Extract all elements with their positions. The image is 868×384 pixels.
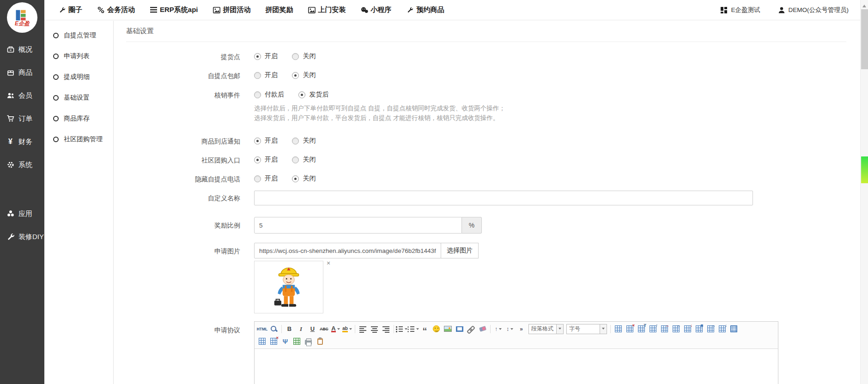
radio-option-off[interactable]: 关闭 [292, 156, 316, 164]
radio-option-off[interactable]: 关闭 [292, 137, 316, 145]
insert-table-icon[interactable] [613, 323, 624, 335]
radio-icon[interactable] [292, 138, 299, 144]
sidebar-item-apps[interactable]: 应用 [0, 202, 44, 225]
editor-content-area[interactable] [255, 349, 778, 384]
insert-row-above-icon[interactable] [647, 323, 659, 335]
radio-icon[interactable] [254, 175, 261, 182]
custom-name-input[interactable] [254, 191, 753, 205]
sidebar-item-diy[interactable]: 装修DIY [0, 225, 44, 248]
sidebar-item-orders[interactable]: 订单 [0, 107, 44, 130]
delete-col-icon[interactable] [682, 323, 693, 335]
submenu-item-basic-settings[interactable]: 基础设置 [44, 87, 113, 108]
radio-icon[interactable] [254, 156, 261, 163]
insert-row-below-icon[interactable] [659, 323, 670, 335]
nav-item-install[interactable]: 上门安装 [308, 6, 346, 14]
table-head-icon[interactable] [636, 323, 647, 335]
radio-option-off[interactable]: 关闭 [292, 71, 316, 79]
paragraph-format-select[interactable]: 段落格式 [528, 324, 564, 334]
line-height-icon[interactable]: ↕ [504, 323, 516, 335]
insert-image-icon[interactable] [442, 323, 454, 335]
radio-option-off[interactable]: 关闭 [292, 174, 316, 183]
app-logo[interactable]: E企盈 [7, 2, 37, 33]
merge-right-icon[interactable] [705, 323, 716, 335]
scrollbar-thumb[interactable] [861, 9, 868, 69]
sidebar-item-members[interactable]: 会员 [0, 84, 44, 107]
anchor-icon[interactable]: Ψ [279, 336, 291, 347]
italic-icon[interactable]: I [295, 323, 307, 335]
sidebar-item-system[interactable]: 系统 [0, 153, 44, 176]
nav-item-circle[interactable]: 圈子 [58, 6, 82, 14]
nav-item-reserve[interactable]: 预约商品 [407, 6, 444, 14]
submenu-item-community-group[interactable]: 社区团购管理 [44, 129, 113, 150]
sidebar-item-goods[interactable]: 商品 [0, 61, 44, 84]
radio-option-after-payment[interactable]: 付款后 [254, 90, 284, 99]
print-icon[interactable] [303, 336, 314, 347]
radio-icon[interactable] [292, 175, 299, 182]
submenu-item-apply-list[interactable]: 申请列表 [44, 46, 113, 66]
align-center-icon[interactable] [369, 323, 380, 335]
apps-icon [6, 210, 15, 218]
unordered-list-icon[interactable] [407, 323, 419, 335]
radio-icon[interactable] [254, 138, 261, 144]
radio-option-on[interactable]: 开启 [254, 156, 278, 164]
spreadsheet-icon[interactable] [291, 336, 303, 347]
account-app[interactable]: E企盈测试 [720, 6, 760, 14]
nav-item-miniprogram[interactable]: 小程序 [361, 6, 392, 14]
nav-item-groupon[interactable]: 拼团活动 [213, 6, 251, 14]
split-cells-icon[interactable] [256, 336, 268, 347]
nav-item-conference[interactable]: 会务活动 [97, 6, 135, 14]
radio-icon[interactable] [254, 53, 261, 60]
indent-icon[interactable]: » [516, 323, 527, 335]
underline-icon[interactable]: U [307, 323, 318, 335]
radio-icon[interactable] [298, 91, 305, 98]
cell-props-icon[interactable] [268, 336, 279, 347]
radio-icon[interactable] [292, 53, 299, 60]
remove-image-icon[interactable]: × [327, 260, 330, 266]
margin-top-icon[interactable]: ↑ [492, 323, 504, 335]
insert-col-icon[interactable] [670, 323, 682, 335]
radio-option-on[interactable]: 开启 [254, 71, 278, 79]
font-size-select[interactable]: 字号 [566, 324, 607, 334]
align-right-icon[interactable] [380, 323, 392, 335]
font-color-icon[interactable]: A [330, 323, 341, 335]
delete-table-icon[interactable] [624, 323, 636, 335]
insert-media-icon[interactable] [454, 323, 465, 335]
nav-item-erp[interactable]: ERP系统api [150, 6, 198, 14]
merge-down-icon[interactable] [716, 323, 728, 335]
sidebar-item-overview[interactable]: 概况 [0, 38, 44, 61]
submenu-item-goods-stock[interactable]: 商品库存 [44, 108, 113, 129]
merge-cells-icon[interactable] [693, 323, 705, 335]
radio-icon[interactable] [292, 156, 299, 163]
insert-link-icon[interactable] [465, 323, 477, 335]
radio-option-on[interactable]: 开启 [254, 52, 278, 60]
sidebar-item-finance[interactable]: ¥ 财务 [0, 130, 44, 153]
blockquote-icon[interactable]: “ [419, 323, 431, 335]
radio-icon[interactable] [292, 72, 299, 79]
remove-format-icon[interactable] [477, 323, 488, 335]
submenu-item-commission-detail[interactable]: 提成明细 [44, 66, 113, 87]
paste-icon[interactable] [314, 336, 326, 347]
apply-image-url-input[interactable] [254, 243, 441, 258]
radio-option-on[interactable]: 开启 [254, 174, 278, 183]
preview-icon[interactable] [268, 323, 279, 335]
radio-option-on[interactable]: 开启 [254, 137, 278, 145]
account-user[interactable]: DEMO(公众号管理员) [778, 6, 849, 14]
reward-ratio-input[interactable] [254, 217, 462, 234]
submenu-item-pickup-management[interactable]: 自提点管理 [44, 25, 113, 46]
table-props-icon[interactable] [728, 323, 740, 335]
page-scrollbar[interactable] [860, 0, 868, 384]
align-left-icon[interactable] [357, 323, 369, 335]
radio-icon[interactable] [254, 91, 261, 98]
choose-image-button[interactable]: 选择图片 [441, 243, 479, 258]
highlight-icon[interactable]: ab [341, 323, 353, 335]
scrollbar-up-arrow-icon[interactable] [862, 3, 866, 7]
ordered-list-icon[interactable] [396, 323, 407, 335]
radio-icon[interactable] [254, 72, 261, 79]
html-source-icon[interactable]: HTML [256, 323, 268, 335]
bold-icon[interactable]: B [284, 323, 295, 335]
radio-option-after-shipping[interactable]: 发货后 [298, 90, 328, 99]
radio-option-off[interactable]: 关闭 [292, 52, 316, 60]
nav-item-groupon-reward[interactable]: 拼团奖励 [266, 6, 293, 14]
emoticon-icon[interactable] [431, 323, 442, 335]
strikethrough-icon[interactable]: ABC [318, 323, 330, 335]
